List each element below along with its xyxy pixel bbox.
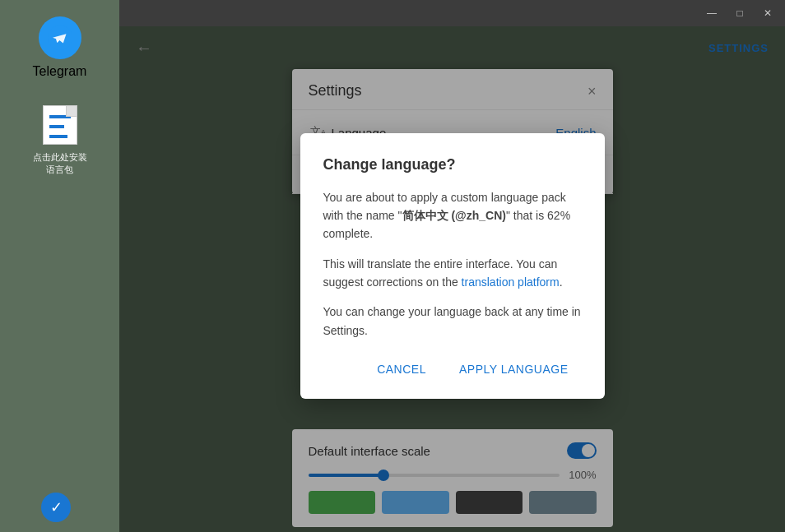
- telegram-icon: [39, 16, 81, 59]
- dialog-para1: You are about to apply a custom language…: [323, 187, 582, 243]
- desktop-sidebar: Telegram 点击此处安装语言包 ✓: [0, 0, 119, 532]
- langpack-label: 点击此处安装语言包: [19, 151, 101, 177]
- maximize-button[interactable]: □: [729, 5, 750, 21]
- cancel-button[interactable]: Cancel: [364, 356, 439, 382]
- dialog-para3: You can change your language back at any…: [323, 303, 582, 340]
- dialog-para2: This will translate the entire interface…: [323, 255, 582, 292]
- minimize-button[interactable]: —: [701, 5, 722, 21]
- telegram-icon-container[interactable]: Telegram: [19, 16, 101, 79]
- check-circle-icon: ✓: [41, 493, 71, 522]
- langpack-icon-container[interactable]: 点击此处安装语言包: [19, 104, 101, 177]
- app-window: — □ ✕ ← SETTINGS Settings × 文A Language: [119, 0, 785, 532]
- translation-platform-link[interactable]: translation platform: [462, 275, 560, 289]
- telegram-label: Telegram: [19, 64, 101, 79]
- taskbar-check: ✓: [41, 493, 71, 522]
- change-language-dialog: Change language? You are about to apply …: [300, 132, 605, 399]
- app-body: ← SETTINGS Settings × 文A Language Englis…: [119, 26, 785, 532]
- dialog-body: You are about to apply a custom language…: [323, 187, 582, 340]
- title-bar: — □ ✕: [119, 0, 785, 26]
- dialog-title: Change language?: [323, 155, 582, 173]
- dialog-overlay: Change language? You are about to apply …: [119, 26, 785, 532]
- lang-name: 简体中文 (@zh_CN): [402, 209, 506, 222]
- apply-language-button[interactable]: Apply Language: [446, 356, 582, 382]
- langpack-icon: [39, 104, 81, 146]
- dialog-actions: Cancel Apply Language: [323, 356, 582, 382]
- close-button[interactable]: ✕: [757, 5, 778, 21]
